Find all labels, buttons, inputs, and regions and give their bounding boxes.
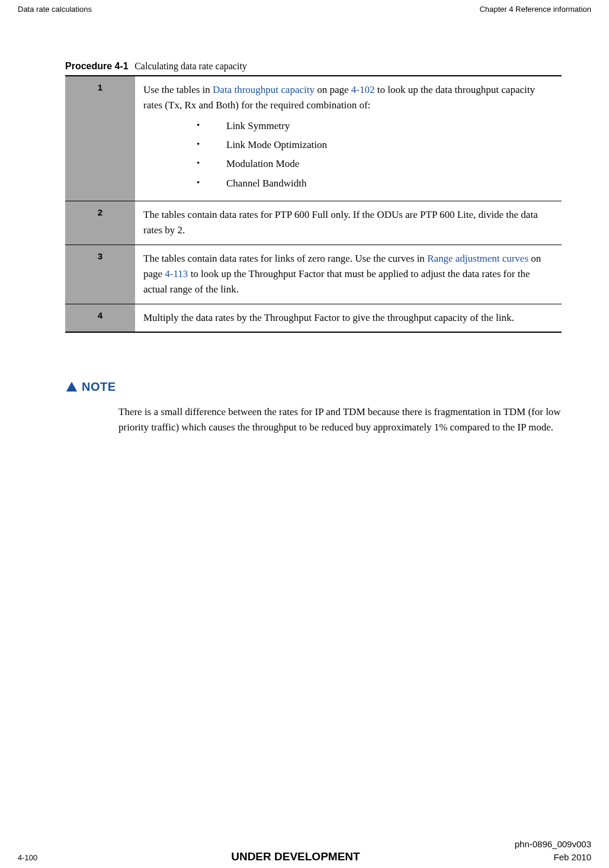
step-content: The tables contain data rates for links …	[135, 245, 562, 304]
procedure-title-text: Calculating data rate capacity	[134, 61, 247, 71]
table-row: 1 Use the tables in Data throughput capa…	[65, 76, 562, 201]
list-item: Channel Bandwidth	[197, 176, 553, 191]
link-page-4-102[interactable]: 4-102	[351, 84, 375, 95]
header-left: Data rate calculations	[18, 5, 92, 14]
list-item: Link Mode Optimization	[197, 137, 553, 153]
step-number: 3	[65, 245, 135, 304]
page-footer: phn-0896_009v003 4-100 UNDER DEVELOPMENT…	[18, 839, 591, 863]
footer-status: UNDER DEVELOPMENT	[231, 850, 360, 863]
footer-date: Feb 2010	[554, 852, 591, 862]
warning-icon	[65, 381, 78, 394]
step-number: 1	[65, 76, 135, 201]
procedure-label: Procedure 4-1	[65, 61, 129, 71]
step-content: Use the tables in Data throughput capaci…	[135, 76, 562, 201]
step-text: Use the tables in	[143, 84, 213, 95]
procedure-table: 1 Use the tables in Data throughput capa…	[65, 75, 562, 333]
step-text: to look up the Throughput Factor that mu…	[143, 268, 530, 295]
bullet-list: Link Symmetry Link Mode Optimization Mod…	[197, 118, 553, 191]
note-label: NOTE	[82, 380, 116, 394]
link-range-adjustment[interactable]: Range adjustment curves	[427, 253, 528, 264]
table-row: 3 The tables contain data rates for link…	[65, 245, 562, 304]
step-text: The tables contain data rates for links …	[143, 253, 427, 264]
table-row: 2 The tables contain data rates for PTP …	[65, 201, 562, 245]
footer-doc-id: phn-0896_009v003	[18, 839, 591, 849]
step-content: Multiply the data rates by the Throughpu…	[135, 304, 562, 332]
footer-page-number: 4-100	[18, 853, 37, 862]
list-item: Modulation Mode	[197, 156, 553, 172]
page-header: Data rate calculations Chapter 4 Referen…	[18, 5, 591, 61]
link-data-throughput[interactable]: Data throughput capacity	[213, 84, 315, 95]
table-row: 4 Multiply the data rates by the Through…	[65, 304, 562, 332]
step-text: on page	[315, 84, 351, 95]
step-content: The tables contain data rates for PTP 60…	[135, 201, 562, 245]
note-heading: NOTE	[65, 380, 562, 394]
procedure-title: Procedure 4-1 Calculating data rate capa…	[65, 61, 562, 72]
note-body: There is a small difference between the …	[118, 404, 562, 436]
note-block: NOTE There is a small difference between…	[65, 380, 562, 436]
link-page-4-113[interactable]: 4-113	[165, 268, 188, 279]
step-number: 2	[65, 201, 135, 245]
step-number: 4	[65, 304, 135, 332]
header-right: Chapter 4 Reference information	[479, 5, 591, 14]
list-item: Link Symmetry	[197, 118, 553, 134]
